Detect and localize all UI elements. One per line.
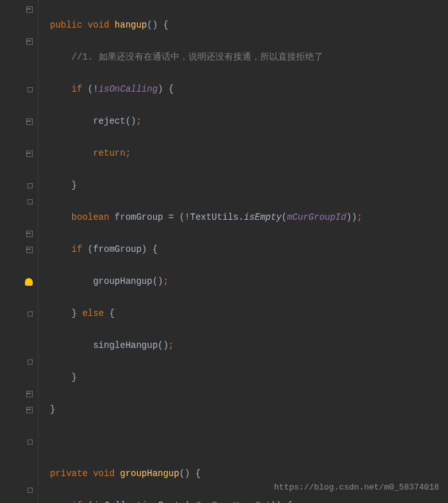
fold-icon[interactable] — [26, 231, 33, 237]
method-call: reject — [93, 116, 125, 126]
block-icon — [28, 488, 33, 493]
keyword: if — [72, 84, 83, 94]
fold-icon[interactable] — [26, 407, 33, 413]
field-ref: mCurGroupId — [287, 212, 346, 222]
keyword: void — [93, 468, 115, 479]
class-ref: TextUtils — [190, 212, 238, 222]
block-icon — [28, 87, 33, 92]
keyword: void — [88, 20, 110, 30]
block-icon — [28, 440, 33, 445]
keyword: if — [72, 244, 83, 254]
fold-icon[interactable] — [26, 247, 33, 253]
code-editor: public void hangup() { //1. 如果还没有在通话中，说明… — [0, 0, 448, 503]
field-ref: isOnCalling — [99, 84, 158, 94]
fold-icon[interactable] — [26, 6, 33, 13]
static-method: isCollectionEmpty — [93, 500, 185, 503]
gutter — [0, 0, 38, 503]
keyword: boolean — [72, 212, 110, 222]
variable: fromGroup — [115, 212, 163, 222]
static-method: isEmpty — [244, 212, 282, 222]
method-call: singleHangup — [93, 340, 158, 350]
field-ref: mCurRoomUserSet — [190, 500, 270, 503]
fold-icon[interactable] — [26, 151, 33, 157]
watermark: https://blog.csdn.net/m0_58374018 — [274, 479, 439, 495]
fold-icon[interactable] — [26, 119, 33, 125]
keyword: public — [50, 20, 82, 30]
block-icon — [28, 311, 33, 317]
keyword: private — [50, 468, 88, 479]
keyword: if — [72, 500, 83, 503]
code-content[interactable]: public void hangup() { //1. 如果还没有在通话中，说明… — [38, 0, 448, 503]
keyword: return — [93, 148, 125, 158]
variable: fromGroup — [93, 244, 142, 254]
method-call: groupHangup — [93, 276, 152, 286]
block-icon — [28, 359, 33, 365]
block-icon — [28, 199, 33, 204]
method-name: hangup — [115, 20, 147, 30]
comment: //1. 如果还没有在通话中，说明还没有接通，所以直接拒绝了 — [72, 52, 323, 62]
fold-icon[interactable] — [26, 391, 33, 397]
keyword: else — [82, 308, 104, 318]
fold-icon[interactable] — [26, 38, 33, 45]
block-icon — [28, 183, 33, 188]
lightbulb-icon[interactable] — [25, 278, 33, 286]
method-name: groupHangup — [120, 468, 179, 479]
